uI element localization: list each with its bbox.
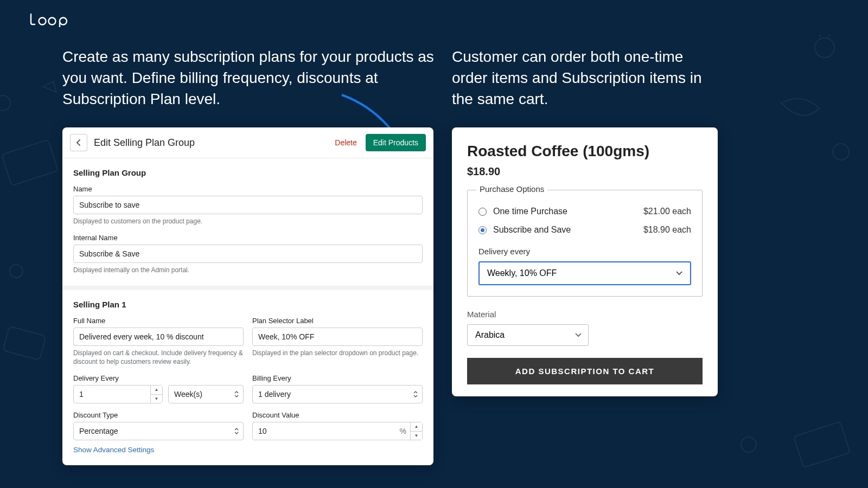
fullname-help: Displayed on cart & checkout. Include de… <box>73 349 244 367</box>
option-onetime-price: $21.00 each <box>643 207 691 216</box>
svg-point-4 <box>833 144 849 160</box>
svg-rect-5 <box>794 422 850 468</box>
group-section-title: Selling Plan Group <box>73 168 423 177</box>
billing-every-label: Billing Every <box>252 374 423 382</box>
selector-label: Plan Selector Label <box>252 317 423 325</box>
radio-subscribe[interactable] <box>478 226 487 234</box>
chevron-down-icon <box>575 333 582 337</box>
discount-value-up[interactable]: ▲ <box>411 422 422 432</box>
discount-value-down[interactable]: ▼ <box>411 432 422 440</box>
edit-products-button[interactable]: Edit Products <box>366 134 426 151</box>
purchase-options-box: Purchase Options One time Purchase $21.0… <box>467 190 703 297</box>
material-label: Material <box>467 310 703 319</box>
internal-name-label: Internal Name <box>73 234 423 242</box>
name-input[interactable] <box>73 196 423 214</box>
name-label: Name <box>73 185 423 193</box>
admin-panel: Edit Selling Plan Group Delete Edit Prod… <box>62 127 433 465</box>
discount-type-label: Discount Type <box>73 411 244 419</box>
delivery-num-down[interactable]: ▼ <box>151 395 162 403</box>
discount-value-input[interactable] <box>252 422 423 440</box>
svg-point-8 <box>49 18 56 25</box>
delivery-every-value: Weekly, 10% OFF <box>487 268 557 278</box>
name-help: Displayed to customers on the product pa… <box>73 217 423 226</box>
product-price: $18.90 <box>467 165 703 178</box>
chevron-down-icon <box>676 271 682 275</box>
selector-input[interactable] <box>252 328 423 346</box>
material-select[interactable]: Arabica <box>467 324 589 346</box>
internal-name-input[interactable] <box>73 245 423 263</box>
discount-suffix: % <box>400 427 406 435</box>
option-subscribe-label: Subscribe and Save <box>493 225 571 235</box>
headline-right: Customer can order both one-time order i… <box>452 46 712 110</box>
option-subscribe-row[interactable]: Subscribe and Save $18.90 each <box>478 221 691 239</box>
delete-button[interactable]: Delete <box>331 134 360 151</box>
option-onetime-row[interactable]: One time Purchase $21.00 each <box>478 202 691 221</box>
add-to-cart-button[interactable]: ADD SUBSCRIPTION TO CART <box>467 358 703 384</box>
back-button[interactable] <box>70 134 87 151</box>
option-onetime-label: One time Purchase <box>493 207 567 216</box>
plan1-title: Selling Plan 1 <box>73 300 423 309</box>
material-value: Arabica <box>475 330 505 339</box>
delivery-num-up[interactable]: ▲ <box>151 386 162 395</box>
svg-rect-0 <box>2 140 58 186</box>
radio-onetime[interactable] <box>478 208 487 216</box>
svg-point-2 <box>10 265 23 278</box>
plan1-section: Selling Plan 1 Full Name Displayed on ca… <box>62 286 433 466</box>
page-title: Edit Selling Plan Group <box>94 137 195 149</box>
delivery-unit-select[interactable] <box>168 385 244 403</box>
fullname-input[interactable] <box>73 328 244 346</box>
internal-name-help: Displayed internally on the Admin portal… <box>73 266 423 275</box>
storefront-panel: Roasted Coffee (100gms) $18.90 Purchase … <box>452 127 718 396</box>
headline-left: Create as many subscription plans for yo… <box>62 46 442 110</box>
delivery-every-label: Delivery every <box>478 247 691 256</box>
selector-help: Displayed in the plan selector dropdown … <box>252 349 423 358</box>
fullname-label: Full Name <box>73 317 244 325</box>
purchase-options-legend: Purchase Options <box>476 184 547 194</box>
svg-point-7 <box>39 18 46 25</box>
svg-rect-3 <box>3 326 46 361</box>
panel-header: Edit Selling Plan Group Delete Edit Prod… <box>62 127 433 158</box>
delivery-number-input[interactable] <box>73 385 163 403</box>
delivery-every-select[interactable]: Weekly, 10% OFF <box>478 261 691 285</box>
billing-every-select[interactable] <box>252 385 423 403</box>
product-title: Roasted Coffee (100gms) <box>467 143 703 160</box>
brand-logo <box>29 12 78 27</box>
show-advanced-link[interactable]: Show Advanced Settings <box>73 446 154 454</box>
option-subscribe-price: $18.90 each <box>643 225 691 235</box>
svg-point-6 <box>741 437 756 452</box>
discount-value-label: Discount Value <box>252 411 423 419</box>
group-section: Selling Plan Group Name Displayed to cus… <box>62 158 433 286</box>
discount-type-select[interactable] <box>73 422 244 440</box>
delivery-every-label: Delivery Every <box>73 374 244 382</box>
svg-point-1 <box>0 95 10 111</box>
